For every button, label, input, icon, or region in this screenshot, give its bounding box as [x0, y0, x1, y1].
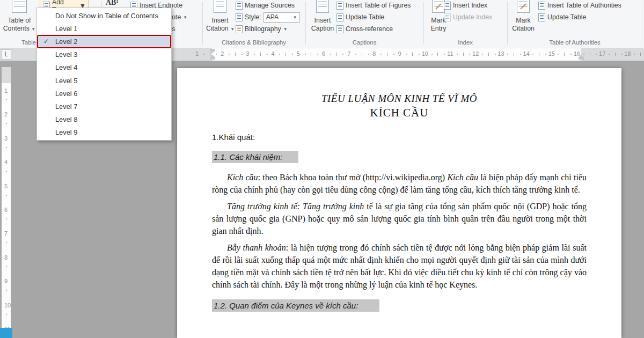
menu-item[interactable]: Do Not Show in Table of Contents	[37, 9, 171, 22]
menu-item[interactable]: Level 8	[37, 113, 171, 126]
ruler-number: 7	[4, 230, 8, 237]
insert-citation-label-line1: Insert	[212, 17, 229, 24]
checkmark-icon: ✓	[37, 38, 55, 45]
menu-item-label: Level 8	[55, 115, 77, 123]
ruler-number: 13	[497, 50, 504, 57]
mark-citation-label-line1: Mark	[516, 17, 530, 24]
update-table-toa-label: Update Table	[547, 13, 586, 21]
insert-index-label: Insert Index	[453, 2, 487, 9]
tab-selector[interactable]: L	[1, 49, 11, 60]
ruler-tick	[457, 54, 458, 55]
style-icon	[236, 13, 243, 21]
ruler-tick	[609, 54, 610, 55]
menu-item[interactable]: Level 4	[37, 61, 171, 74]
menu-item[interactable]: Level 6	[37, 87, 171, 100]
menu-item-label: Level 6	[55, 90, 77, 98]
chevron-down-icon: ▼	[293, 15, 297, 20]
ruler-tick	[488, 53, 489, 56]
menu-item[interactable]: Level 9	[37, 126, 171, 139]
ruler-tick	[545, 54, 546, 55]
ruler-tick	[419, 54, 420, 55]
vertical-ruler-strip	[2, 67, 11, 338]
update-table-button-toa[interactable]: Update Table	[537, 12, 588, 23]
ruler-tick	[539, 53, 539, 56]
paragraph: Bẫy thanh khoản: là hiện tượng trong đó …	[212, 241, 587, 291]
insert-citation-button[interactable]: Insert Citation ▼	[206, 0, 234, 36]
menu-item[interactable]: Level 1	[37, 22, 171, 35]
ruler-tick	[305, 54, 306, 55]
menu-item-label: Level 2	[55, 38, 77, 46]
insert-footnote-icon[interactable]: AB¹	[106, 0, 119, 7]
ruler-number: 9	[398, 50, 401, 57]
group-divider	[642, 2, 642, 45]
insert-caption-label-line2: Caption	[311, 25, 334, 32]
menu-item[interactable]: Level 7	[37, 100, 171, 113]
ruler-tick	[431, 54, 433, 55]
ruler-number: 12	[472, 50, 479, 57]
table-of-contents-button[interactable]: Table of Contents ▼	[2, 0, 36, 36]
word-application-window: Table of Contents ▼ Add Text ▼ Table of …	[0, 0, 644, 338]
ruler-tick	[495, 54, 496, 55]
document-page[interactable]: TIỂU LUẬN MÔN KINH TẾ VĨ MÔ KÍCH CẦU 1.K…	[177, 68, 621, 338]
menu-item-label: Level 5	[55, 77, 77, 85]
ruler-tick	[235, 53, 236, 56]
ruler-tick	[6, 147, 7, 148]
insert-caption-button[interactable]: Insert Caption	[309, 0, 336, 36]
ruler-number: 10	[4, 302, 11, 308]
heading-1: 1.Khái quát:	[212, 133, 587, 142]
ruler-tick	[634, 54, 635, 55]
ruler-tick	[558, 54, 559, 55]
ruler-number: 4	[4, 159, 8, 165]
ruler-tick	[362, 53, 362, 56]
cross-reference-button[interactable]: Cross-reference	[335, 24, 394, 34]
heading-1-2-row: 1.2. Quan điểm của Keynes về kích cầu:	[212, 299, 587, 312]
citations-group-label: Citations & Bibliography	[203, 39, 305, 46]
menu-item[interactable]: Level 5	[37, 74, 171, 87]
ruler-tick	[520, 54, 521, 55]
toc-label-line1: Table of	[8, 17, 31, 24]
menu-item-label: Level 3	[55, 50, 77, 58]
manage-sources-label: Manage Sources	[245, 2, 295, 9]
style-dropdown[interactable]: APA ▼	[264, 12, 300, 23]
ruler-number: 7	[347, 50, 350, 57]
ruler-tick	[229, 54, 230, 55]
ruler-number: 3	[4, 135, 8, 142]
menu-item[interactable]: Level 3	[37, 48, 171, 61]
document-content: TIỂU LUẬN MÔN KINH TẾ VĨ MÔ KÍCH CẦU 1.K…	[177, 93, 621, 312]
style-value: APA	[266, 13, 279, 21]
insert-table-of-authorities-button[interactable]: Insert Table of Authorities	[537, 0, 623, 11]
ruler-tick	[6, 99, 7, 100]
ruler-number: 3	[246, 50, 249, 57]
insert-table-of-authorities-label: Insert Table of Authorities	[547, 2, 621, 9]
ruler-number: 5	[297, 50, 300, 57]
insert-index-button[interactable]: Insert Index	[442, 0, 489, 11]
ruler-number: 17	[599, 50, 605, 57]
ruler-tick	[564, 53, 565, 56]
ruler-tick	[482, 54, 483, 55]
group-divider	[305, 2, 306, 45]
ruler-tick	[6, 314, 7, 315]
ruler-number: 8	[4, 254, 8, 261]
ruler-number: 15	[548, 50, 555, 57]
insert-table-of-figures-button[interactable]: Insert Table of Figures	[335, 0, 412, 11]
insert-citation-label-line2: Citation	[206, 25, 229, 32]
ruler-tick	[615, 53, 616, 56]
ruler-tick	[437, 53, 438, 56]
update-table-button-captions[interactable]: Update Table	[335, 12, 386, 23]
manage-sources-icon	[236, 2, 243, 10]
ruler-tick	[463, 53, 464, 56]
captions-group-label: Captions	[306, 39, 423, 46]
heading-1-2: 1.2. Quan điểm của Keynes về kích cầu:	[212, 299, 379, 312]
ruler-tick	[640, 53, 641, 56]
index-group-label: Index	[424, 39, 507, 46]
ruler-number: 9	[4, 278, 8, 284]
ruler-tick	[267, 54, 268, 55]
ruler-tick	[203, 54, 204, 55]
menu-item[interactable]: ✓Level 2	[37, 35, 171, 48]
manage-sources-button[interactable]: Manage Sources	[234, 0, 296, 11]
bibliography-button[interactable]: Bibliography ▼	[234, 24, 289, 34]
ruler-tick	[514, 53, 514, 56]
mark-citation-button[interactable]: Mark Citation	[510, 0, 537, 36]
insert-citation-icon	[214, 0, 226, 13]
vertical-ruler[interactable]: 1234567891011	[0, 61, 13, 338]
